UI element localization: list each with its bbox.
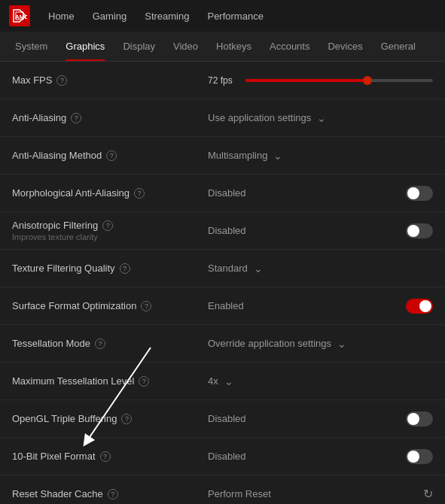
toggle-10bit[interactable] (406, 449, 433, 464)
chevron-down-icon-5: ⌄ (224, 375, 233, 387)
info-icon-tessellation-level[interactable]: ? (139, 376, 149, 387)
setting-label-area-anti-aliasing: Anti-Aliasing ? (12, 112, 208, 123)
setting-label-reset: Reset Shader Cache ? (12, 488, 208, 499)
setting-control-tessellation-level[interactable]: 4x ⌄ (208, 375, 433, 387)
info-icon-reset[interactable]: ? (108, 489, 118, 499)
setting-label-area-anisotropic: Anisotropic Filtering ? Improves texture… (12, 220, 208, 241)
setting-control-texture[interactable]: Standard ⌄ (208, 263, 433, 275)
tab-display[interactable]: Display (114, 32, 164, 61)
setting-control-10bit: Disabled (208, 449, 433, 464)
toggle-surface[interactable] (406, 299, 433, 314)
tab-bar: System Graphics Display Video Hotkeys Ac… (0, 32, 445, 62)
setting-control-morphological: Disabled (208, 186, 433, 201)
setting-anti-aliasing: Anti-Aliasing ? Use application settings… (0, 99, 445, 137)
info-icon-anisotropic[interactable]: ? (102, 220, 113, 231)
setting-control-tessellation[interactable]: Override application settings ⌄ (208, 338, 433, 350)
setting-sublabel-anisotropic: Improves texture clarity (12, 232, 208, 241)
dropdown-tessellation-level[interactable]: 4x ⌄ (208, 375, 233, 387)
setting-control-anti-aliasing[interactable]: Use application settings ⌄ (208, 112, 433, 124)
setting-opengl-buffering: OpenGL Triple Buffering ? Disabled (0, 400, 445, 438)
setting-control-surface: Enabled (208, 299, 433, 314)
setting-label-opengl: OpenGL Triple Buffering ? (12, 413, 208, 424)
nav-home[interactable]: Home (48, 8, 75, 25)
setting-control-max-fps: 72 fps (208, 75, 433, 86)
chevron-down-icon: ⌄ (317, 112, 326, 124)
setting-label-tessellation-level: Maximum Tessellation Level ? (12, 375, 208, 387)
toggle-opengl[interactable] (406, 411, 433, 427)
setting-label-area-opengl: OpenGL Triple Buffering ? (12, 413, 208, 424)
setting-label-area-morphological: Morphological Anti-Aliasing ? (12, 187, 208, 199)
setting-reset-shader: Reset Shader Cache ? Perform Reset ↻ (0, 475, 445, 504)
setting-label-area-10bit: 10-Bit Pixel Format ? (12, 451, 208, 462)
setting-label-tessellation: Tessellation Mode ? (12, 338, 208, 349)
dropdown-anti-aliasing-method[interactable]: Multisampling ⌄ (208, 150, 282, 162)
setting-tessellation-level: Maximum Tessellation Level ? 4x ⌄ (0, 363, 445, 400)
dropdown-tessellation[interactable]: Override application settings ⌄ (208, 338, 346, 350)
setting-tessellation-mode: Tessellation Mode ? Override application… (0, 325, 445, 363)
setting-max-fps: Max FPS ? 72 fps (0, 62, 445, 99)
settings-wrapper: Max FPS ? 72 fps (0, 62, 445, 504)
setting-label-max-fps: Max FPS ? (12, 74, 208, 86)
nav-gaming[interactable]: Gaming (93, 8, 127, 25)
info-icon-anti-aliasing[interactable]: ? (71, 113, 81, 123)
tab-devices[interactable]: Devices (319, 32, 371, 61)
slider-track[interactable] (245, 79, 433, 82)
setting-morphological-anti-aliasing: Morphological Anti-Aliasing ? Disabled (0, 175, 445, 212)
app-window: AMD Home Gaming Streaming Performance Sy… (0, 0, 445, 504)
setting-label-anti-aliasing: Anti-Aliasing ? (12, 112, 208, 123)
setting-control-reset: Perform Reset ↻ (208, 487, 433, 501)
toggle-anisotropic[interactable] (406, 223, 433, 238)
dropdown-anti-aliasing[interactable]: Use application settings ⌄ (208, 112, 326, 124)
amd-logo: AMD (9, 5, 30, 26)
setting-anisotropic-filtering: Anisotropic Filtering ? Improves texture… (0, 212, 445, 250)
info-icon-tessellation[interactable]: ? (95, 339, 105, 349)
toggle-thumb-10bit (407, 451, 419, 463)
toggle-thumb-opengl (407, 413, 419, 425)
info-icon-max-fps[interactable]: ? (56, 75, 67, 86)
info-icon-opengl[interactable]: ? (121, 414, 132, 424)
reset-icon[interactable]: ↻ (423, 487, 433, 501)
setting-label-surface: Surface Format Optimization ? (12, 300, 208, 311)
setting-label-area-anti-aliasing-method: Anti-Aliasing Method ? (12, 150, 208, 161)
toggle-thumb-surface (419, 300, 431, 312)
chevron-down-icon-2: ⌄ (273, 150, 282, 162)
setting-texture-filtering: Texture Filtering Quality ? Standard ⌄ (0, 250, 445, 287)
toggle-morphological[interactable] (406, 186, 433, 201)
tab-general[interactable]: General (372, 32, 425, 61)
setting-label-anisotropic: Anisotropic Filtering ? (12, 220, 208, 231)
fps-value: 72 fps (208, 75, 238, 86)
nav-streaming[interactable]: Streaming (145, 8, 189, 25)
tab-accounts[interactable]: Accounts (261, 32, 319, 61)
info-icon-surface[interactable]: ? (141, 301, 151, 311)
top-nav: AMD Home Gaming Streaming Performance (0, 0, 445, 32)
setting-label-morphological: Morphological Anti-Aliasing ? (12, 187, 208, 199)
info-icon-texture[interactable]: ? (120, 263, 130, 274)
setting-label-area-tessellation: Tessellation Mode ? (12, 338, 208, 349)
setting-surface-format: Surface Format Optimization ? Enabled (0, 287, 445, 325)
tab-video[interactable]: Video (164, 32, 207, 61)
setting-label-anti-aliasing-method: Anti-Aliasing Method ? (12, 150, 208, 161)
setting-anti-aliasing-method: Anti-Aliasing Method ? Multisampling ⌄ (0, 137, 445, 175)
settings-area: Max FPS ? 72 fps (0, 62, 445, 504)
setting-control-anti-aliasing-method[interactable]: Multisampling ⌄ (208, 150, 433, 162)
dropdown-texture[interactable]: Standard ⌄ (208, 263, 263, 275)
info-icon-10bit[interactable]: ? (100, 451, 111, 462)
setting-10bit-pixel: 10-Bit Pixel Format ? Disabled (0, 438, 445, 475)
setting-control-opengl: Disabled (208, 411, 433, 427)
slider-max-fps[interactable]: 72 fps (208, 75, 433, 86)
info-icon-anti-aliasing-method[interactable]: ? (106, 150, 117, 161)
setting-label-texture: Texture Filtering Quality ? (12, 263, 208, 274)
tab-system[interactable]: System (6, 32, 56, 61)
setting-label-area-surface: Surface Format Optimization ? (12, 300, 208, 311)
setting-label-area-max-fps: Max FPS ? (12, 74, 208, 86)
svg-text:AMD: AMD (15, 14, 27, 20)
info-icon-morphological[interactable]: ? (134, 188, 145, 199)
nav-performance[interactable]: Performance (207, 8, 263, 25)
chevron-down-icon-3: ⌄ (254, 263, 263, 275)
setting-label-10bit: 10-Bit Pixel Format ? (12, 451, 208, 462)
toggle-thumb-morphological (407, 187, 419, 199)
tab-hotkeys[interactable]: Hotkeys (207, 32, 261, 61)
tab-graphics[interactable]: Graphics (56, 32, 114, 61)
toggle-thumb-anisotropic (407, 225, 419, 237)
setting-label-area-tessellation-level: Maximum Tessellation Level ? (12, 375, 208, 387)
